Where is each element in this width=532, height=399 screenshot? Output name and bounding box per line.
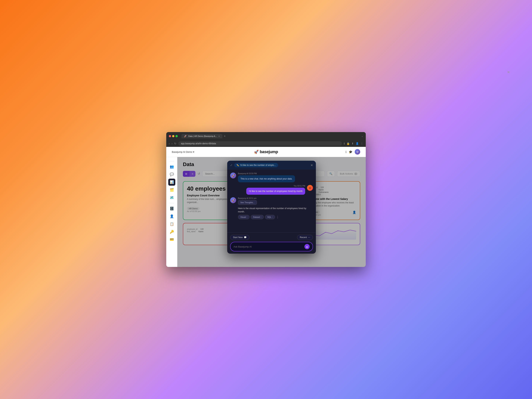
- menu-icon[interactable]: ⋮: [361, 142, 363, 145]
- sidebar-item-key[interactable]: 🔑: [168, 228, 175, 235]
- minimize-traffic-light[interactable]: [172, 135, 174, 137]
- browser-titlebar: 🚀 Data | HR Demo (Basejump A... ✕ + ⌄: [166, 132, 366, 140]
- sidebar-item-table[interactable]: 📋: [168, 221, 175, 228]
- workspace-chevron-icon: ▾: [193, 151, 194, 153]
- visual-tab-label: Visual: [240, 216, 246, 218]
- sidebar-item-database[interactable]: 🗄️: [168, 205, 175, 212]
- ai-avatar: 🚀: [230, 172, 236, 178]
- chat-modal-title: I'd like to see the number of emplo...: [240, 164, 276, 166]
- sidebar-item-map[interactable]: 🗺️: [168, 194, 175, 201]
- message-meta: Basejump AI 03:51 pm: [238, 197, 312, 199]
- sql-tab[interactable]: SQL ›: [265, 215, 275, 219]
- dataset-tab[interactable]: Dataset ›: [251, 215, 264, 219]
- recent-label: Recent: [300, 236, 307, 239]
- see-thoughts-button[interactable]: See Thoughts...: [238, 200, 257, 205]
- start-new-label: Start New: [233, 236, 243, 239]
- user-chat-avatar: U: [307, 185, 313, 191]
- chat-header-left: ⤢ ✏️ I'd like to see the number of emplo…: [230, 163, 278, 167]
- sender-name: Basejump AI: [238, 197, 248, 199]
- sql-chevron-icon: ›: [272, 216, 273, 218]
- more-options-button[interactable]: ⋮: [276, 215, 279, 219]
- message-meta: You 03:51 PM: [246, 185, 305, 187]
- new-tab-button[interactable]: +: [224, 134, 226, 138]
- app-logo: 🚀 basejump: [254, 149, 278, 154]
- main-layout: 👥 💬 📊 🗂️ 🗺️ 🗄️ 👤 📋 🔑 💳 Data ⊞: [166, 157, 366, 267]
- visual-chevron-icon: ›: [247, 216, 247, 218]
- sidebar-divider-mid: [170, 203, 174, 203]
- message-time: 03:51 PM: [297, 185, 305, 187]
- reload-button[interactable]: ↻: [174, 142, 176, 145]
- chat-icon: 💬: [244, 236, 247, 239]
- sidebar-divider-top: [170, 161, 174, 161]
- browser-toolbar: ‹ › ↻ app.basejump.ai/a/hr-demo-69/data …: [166, 140, 366, 147]
- app-header: Basejump AI Demo ▾ 🚀 basejump ℹ 🎓 U: [166, 147, 366, 157]
- url-text: app.basejump.ai/a/hr-demo-69/data: [181, 142, 216, 145]
- message-content: You 03:51 PM I'd like to see the number …: [246, 185, 305, 195]
- sender-name: You: [294, 185, 297, 187]
- extension-icon-1[interactable]: ℹ: [344, 142, 345, 145]
- user-avatar[interactable]: U: [355, 149, 360, 155]
- response-tabs: Visual › Dataset › SQL: [238, 215, 312, 219]
- extension-icon-3[interactable]: ⬇: [352, 142, 354, 145]
- expand-chat-button[interactable]: ⤢: [230, 164, 232, 167]
- message-content: Basejump AI 03:50 PM This is a new chat.…: [238, 172, 295, 182]
- help-icon[interactable]: ℹ: [345, 150, 347, 154]
- tab-close-icon[interactable]: ✕: [218, 135, 220, 137]
- profile-icon[interactable]: 👤: [356, 142, 359, 145]
- logo-icon: 🚀: [254, 150, 259, 154]
- ai-response-text: Here is the visual representation of the…: [238, 207, 312, 213]
- message-1: 🚀 Basejump AI 03:50 PM This is a new cha…: [230, 172, 313, 182]
- forward-button[interactable]: ›: [172, 142, 172, 145]
- ai-avatar-2: 🚀: [230, 197, 236, 203]
- chat-overlay: ✕ ⤢ ✏️ I'd like to see the number of emp…: [177, 157, 366, 267]
- message-time: 03:51 pm: [249, 197, 257, 199]
- workspace-selector[interactable]: Basejump AI Demo ▾: [172, 151, 194, 153]
- sidebar-item-chat[interactable]: 💬: [168, 171, 175, 178]
- address-bar[interactable]: app.basejump.ai/a/hr-demo-69/data: [178, 141, 342, 146]
- message-time: 03:50 PM: [249, 172, 257, 175]
- chat-send-button[interactable]: ▲: [304, 244, 310, 249]
- fullscreen-traffic-light[interactable]: [176, 135, 178, 137]
- sidebar-item-card[interactable]: 💳: [168, 236, 175, 243]
- traffic-lights: [169, 135, 178, 137]
- chat-input-row: ▲: [230, 242, 313, 251]
- active-tab[interactable]: 🚀 Data | HR Demo (Basejump A... ✕: [181, 134, 222, 138]
- browser-toolbar-icons: ℹ 🔒 ⬇ 👤 ⋮: [344, 142, 363, 145]
- header-right-actions: ℹ 🎓 U: [345, 149, 360, 155]
- tab-favicon-icon: 🚀: [184, 135, 187, 137]
- dataset-chevron-icon: ›: [261, 216, 261, 218]
- recent-chevron-icon: ⋯: [308, 236, 310, 239]
- extension-icon-2[interactable]: 🔒: [347, 142, 350, 145]
- back-button[interactable]: ‹: [169, 142, 170, 145]
- sidebar-item-people[interactable]: 👥: [168, 163, 175, 170]
- browser-window: 🚀 Data | HR Demo (Basejump A... ✕ + ⌄ ‹ …: [166, 132, 366, 267]
- recent-button[interactable]: Recent ⋯: [297, 235, 313, 240]
- tab-title: Data | HR Demo (Basejump A...: [188, 135, 217, 137]
- chat-modal: ⤢ ✏️ I'd like to see the number of emplo…: [227, 161, 316, 254]
- chat-title-pill: ✏️ I'd like to see the number of emplo..…: [234, 163, 278, 167]
- workspace-name: Basejump AI Demo: [172, 151, 192, 153]
- chat-input[interactable]: [234, 245, 304, 248]
- browser-chevron-icon[interactable]: ⌄: [361, 135, 363, 137]
- chat-messages: 🚀 Basejump AI 03:50 PM This is a new cha…: [227, 170, 316, 232]
- sender-name: Basejump AI: [238, 172, 248, 175]
- sidebar-item-charts[interactable]: 📊: [168, 179, 175, 186]
- start-new-button[interactable]: Start New 💬: [230, 235, 249, 240]
- graduation-icon[interactable]: 🎓: [349, 150, 352, 154]
- sql-tab-label: SQL: [267, 216, 271, 218]
- app-content: Basejump AI Demo ▾ 🚀 basejump ℹ 🎓 U 👥 💬 …: [166, 147, 366, 267]
- tab-bar: 🚀 Data | HR Demo (Basejump A... ✕ +: [181, 134, 360, 138]
- chat-close-button[interactable]: ✕: [310, 164, 313, 167]
- visual-tab[interactable]: Visual ›: [238, 215, 250, 219]
- chat-footer-buttons: Start New 💬 Recent ⋯: [230, 235, 313, 240]
- message-3: 🚀 Basejump AI 03:51 pm See Thoughts... H…: [230, 197, 313, 219]
- dataset-tab-label: Dataset: [253, 216, 260, 218]
- sidebar-item-layers[interactable]: 🗂️: [168, 186, 175, 193]
- message-bubble: This is a new chat. Ask me anything abou…: [238, 175, 295, 182]
- sidebar-item-users[interactable]: 👤: [168, 213, 175, 220]
- brand-name: basejump: [260, 149, 278, 154]
- message-bubble: I'd like to see the number of employees …: [246, 188, 305, 195]
- sidebar: 👥 💬 📊 🗂️ 🗺️ 🗄️ 👤 📋 🔑 💳: [166, 157, 177, 267]
- message-meta: Basejump AI 03:50 PM: [238, 172, 295, 175]
- close-traffic-light[interactable]: [169, 135, 171, 137]
